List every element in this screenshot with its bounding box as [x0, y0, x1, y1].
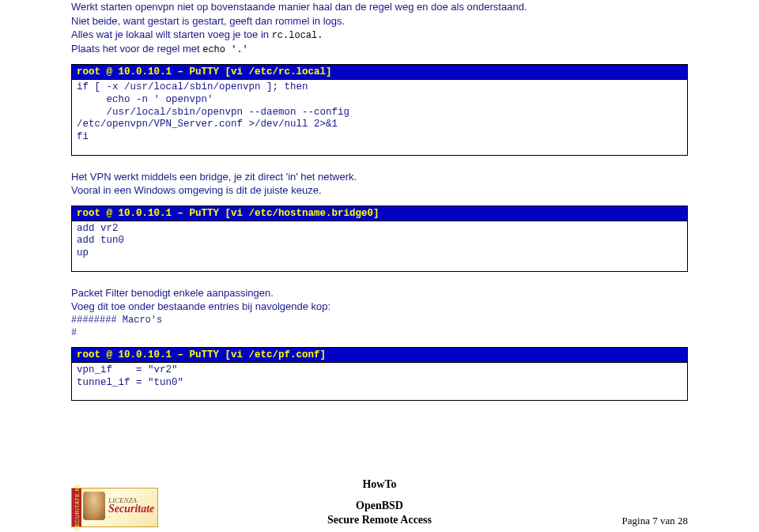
code-block-rc-local: root @ 10.0.10.1 – PuTTY [vi /etc/rc.loc… — [71, 64, 688, 155]
stamp-sub: ··· — [108, 515, 154, 519]
footer-row: SECURITATE.NL LICENZA Securitate ··· Pag… — [0, 488, 759, 527]
paragraph-3: Packet Filter benodigt enkele aanpassing… — [71, 286, 688, 339]
code-title-hostname-bridge0: root @ 10.0.10.1 – PuTTY [vi /etc/hostna… — [72, 206, 687, 221]
paragraph-1: Werkt starten openvpn niet op bovenstaan… — [71, 0, 688, 56]
stamp-text: LICENZA Securitate ··· — [108, 496, 154, 519]
p1-line1: Werkt starten openvpn niet op bovenstaan… — [71, 1, 527, 13]
p1-line3a: Alles wat je lokaal wilt starten voeg je… — [71, 28, 272, 40]
inline-code-rc-local: rc.local. — [272, 30, 323, 41]
stamp-portrait — [83, 492, 105, 520]
inline-code-macros: ######## Macro's # — [71, 314, 162, 339]
code-block-pf-conf: root @ 10.0.10.1 – PuTTY [vi /etc/pf.con… — [71, 347, 688, 401]
code-title-rc-local: root @ 10.0.10.1 – PuTTY [vi /etc/rc.loc… — [72, 65, 687, 80]
p2-line2: Vooral in een Windows omgeving is dit de… — [71, 184, 322, 196]
code-body-rc-local: if [ -x /usr/local/sbin/openvpn ]; then … — [72, 80, 687, 154]
stamp-side-label: SECURITATE.NL — [72, 489, 81, 526]
code-title-pf-conf: root @ 10.0.10.1 – PuTTY [vi /etc/pf.con… — [72, 348, 687, 363]
p1-line4a: Plaats het voor de regel met — [71, 43, 202, 55]
p3-line2: Voeg dit toe onder bestaande entries bij… — [71, 300, 330, 312]
p3-line1: Packet Filter benodigt enkele aanpassing… — [71, 287, 274, 299]
code-body-pf-conf: vpn_if = "vr2" tunnel_if = "tun0" — [72, 363, 687, 400]
code-block-hostname-bridge0: root @ 10.0.10.1 – PuTTY [vi /etc/hostna… — [71, 206, 688, 272]
code-body-hostname-bridge0: add vr2 add tun0 up — [72, 221, 687, 271]
securitate-stamp: SECURITATE.NL LICENZA Securitate ··· — [71, 488, 158, 527]
p2-line1: Het VPN werkt middels een bridge, je zit… — [71, 171, 357, 183]
stamp-securitate: Securitate — [108, 504, 154, 515]
paragraph-2: Het VPN werkt middels een bridge, je zit… — [71, 170, 688, 198]
inline-code-echo: echo '.' — [202, 44, 248, 55]
page-number: Pagina 7 van 28 — [622, 515, 688, 527]
p1-line2: Niet beide, want gestart is gestart, gee… — [71, 15, 345, 27]
